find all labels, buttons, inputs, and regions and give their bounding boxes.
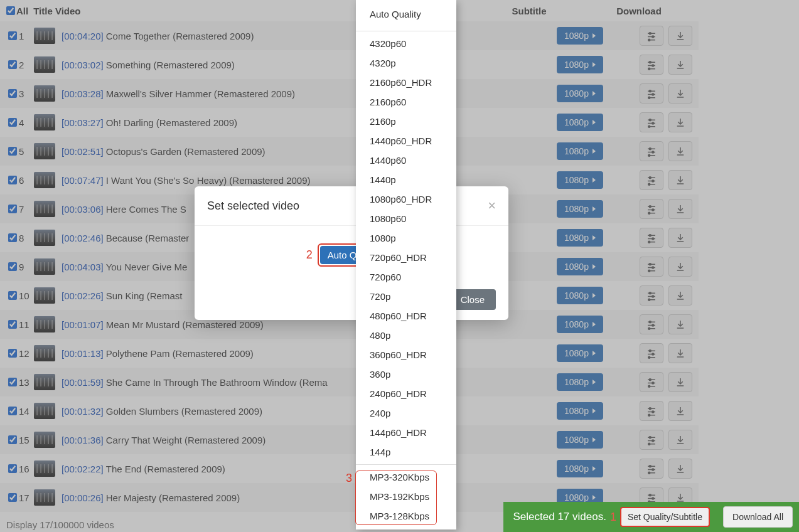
- quality-option[interactable]: 360p: [356, 364, 456, 384]
- quality-option[interactable]: 720p60_HDR: [356, 248, 456, 267]
- quality-option[interactable]: 2160p60_HDR: [356, 73, 456, 92]
- quality-option[interactable]: 240p: [356, 403, 456, 423]
- quality-option[interactable]: 144p: [356, 442, 456, 462]
- download-all-bar: Download All: [717, 502, 799, 532]
- quality-option[interactable]: 1080p60_HDR: [356, 189, 456, 209]
- quality-option[interactable]: 144p60_HDR: [356, 423, 456, 442]
- quality-option[interactable]: Auto Quality: [356, 0, 456, 28]
- quality-option[interactable]: 4320p60: [356, 34, 456, 53]
- quality-option[interactable]: 1440p60: [356, 151, 456, 170]
- quality-option[interactable]: 1440p60_HDR: [356, 131, 456, 151]
- set-quality-subtitle-button[interactable]: Set Quality/Subtitle: [620, 507, 710, 527]
- quality-option[interactable]: 1440p: [356, 170, 456, 189]
- modal-header: Set selected video ×: [195, 186, 508, 226]
- quality-option[interactable]: 1080p60: [356, 209, 456, 228]
- selection-text: Selected 17 videos.: [513, 511, 606, 523]
- set-video-modal: Set selected video × 2 Auto Quality Clos…: [195, 186, 508, 320]
- quality-option[interactable]: MP3-128Kbps: [356, 506, 456, 526]
- dropdown-divider: [356, 464, 456, 465]
- quality-option[interactable]: 240p60_HDR: [356, 384, 456, 403]
- quality-option[interactable]: 720p: [356, 287, 456, 306]
- quality-option[interactable]: 2160p60: [356, 92, 456, 112]
- quality-option[interactable]: MP3-192Kbps: [356, 487, 456, 506]
- annotation-1: 1: [610, 511, 616, 524]
- quality-option[interactable]: 480p60_HDR: [356, 306, 456, 326]
- quality-option[interactable]: 360p60_HDR: [356, 345, 456, 364]
- download-all-button[interactable]: Download All: [723, 506, 793, 528]
- modal-title: Set selected video: [207, 200, 299, 213]
- quality-option[interactable]: 4320p: [356, 53, 456, 73]
- quality-option[interactable]: 1080p: [356, 228, 456, 248]
- modal-footer: Close: [195, 279, 508, 320]
- quality-option[interactable]: 2160p: [356, 112, 456, 131]
- quality-option[interactable]: 720p60: [356, 267, 456, 287]
- annotation-2: 2: [306, 248, 313, 262]
- dropdown-divider: [356, 31, 456, 31]
- modal-close-x[interactable]: ×: [488, 198, 496, 214]
- quality-dropdown[interactable]: Auto Quality4320p604320p2160p60_HDR2160p…: [356, 0, 456, 529]
- modal-body: 2 Auto Quality: [195, 226, 508, 279]
- annotation-3: 3: [346, 472, 352, 485]
- selection-bar: Selected 17 videos. 1 Set Quality/Subtit…: [503, 502, 717, 532]
- quality-option[interactable]: MP3-320Kbps: [356, 467, 456, 487]
- quality-option[interactable]: 480p: [356, 326, 456, 345]
